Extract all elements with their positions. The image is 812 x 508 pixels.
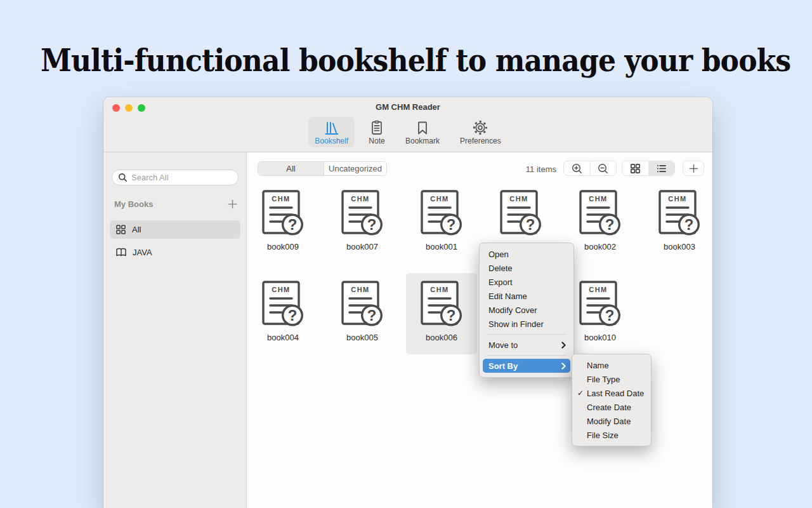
- book-title: book009: [247, 242, 318, 251]
- sidebar-item-label: JAVA: [133, 248, 152, 257]
- window-header: GM CHM Reader Bookshelf: [103, 97, 712, 152]
- search-icon: [118, 173, 128, 182]
- items-count: 11 items: [526, 164, 556, 174]
- submenu-item-label: File Type: [587, 375, 620, 384]
- sidebar-item-all[interactable]: All: [110, 220, 240, 239]
- toolbar-item-label: Bookshelf: [315, 137, 348, 145]
- checkmark-icon: ✓: [577, 389, 587, 398]
- open-book-icon: [115, 247, 127, 258]
- toolbar-preferences-button[interactable]: Preferences: [454, 117, 508, 147]
- menu-item-label: Sort By: [488, 361, 518, 371]
- menu-item-show-in-finder[interactable]: Show in Finder: [480, 317, 573, 331]
- menu-divider: [487, 355, 566, 356]
- submenu-item-create-date[interactable]: Create Date: [572, 400, 651, 414]
- toolbar-bookmark-button[interactable]: Bookmark: [399, 117, 446, 147]
- toolbar-bookshelf-button[interactable]: Bookshelf: [308, 117, 355, 147]
- book-title: book006: [406, 333, 477, 342]
- menu-item-label: Move to: [488, 340, 518, 350]
- category-tabs: All Uncategorized: [258, 161, 387, 176]
- toolbar: Bookshelf Note: [103, 117, 712, 147]
- page-title: Multi-functional bookshelf to manage you…: [41, 42, 771, 79]
- chm-book-icon: [338, 189, 386, 240]
- submenu-item-label: Last Read Date: [587, 389, 644, 398]
- window-title: GM CHM Reader: [103, 102, 712, 112]
- submenu-item-label: File Size: [587, 431, 619, 440]
- toolbar-item-label: Note: [369, 137, 384, 145]
- chm-book-icon: [655, 189, 704, 240]
- book-title: book004: [247, 333, 318, 342]
- chm-book-icon: [497, 189, 545, 240]
- book-item[interactable]: book004: [247, 280, 318, 342]
- book-item[interactable]: book005: [327, 280, 398, 342]
- submenu-item-last-read-date[interactable]: ✓ Last Read Date: [572, 386, 651, 400]
- menu-item-edit-name[interactable]: Edit Name: [480, 289, 573, 303]
- book-title: book007: [327, 242, 398, 251]
- zoom-controls: [563, 161, 617, 176]
- tab-uncategorized[interactable]: Uncategorized: [324, 162, 386, 175]
- sidebar-item-java[interactable]: JAVA: [110, 243, 240, 262]
- book-title: book010: [565, 333, 636, 342]
- chevron-right-icon: [561, 363, 566, 370]
- note-icon: [369, 119, 385, 136]
- submenu-item-label: Create Date: [587, 403, 631, 412]
- chm-book-icon: [259, 280, 307, 331]
- book-title: book003: [644, 242, 712, 251]
- submenu-item-label: Name: [587, 361, 609, 370]
- grid-view-button[interactable]: [622, 161, 648, 175]
- chm-book-icon: [576, 189, 624, 240]
- grid-icon: [115, 224, 126, 235]
- submenu-item-name[interactable]: Name: [572, 358, 651, 372]
- book-item[interactable]: book001: [406, 189, 477, 251]
- chevron-right-icon: [561, 342, 566, 349]
- bookshelf-icon: [324, 119, 340, 136]
- list-view-icon: [656, 163, 667, 174]
- chm-book-icon: [417, 280, 466, 331]
- book-title: book002: [565, 242, 636, 251]
- add-book-button[interactable]: [683, 161, 704, 176]
- zoom-in-button[interactable]: [564, 161, 590, 175]
- menu-item-modify-cover[interactable]: Modify Cover: [480, 303, 573, 317]
- submenu-item-modify-date[interactable]: Modify Date: [572, 414, 651, 428]
- add-collection-button[interactable]: [228, 199, 237, 209]
- menu-item-sort-by[interactable]: Sort By: [483, 359, 570, 373]
- grid-view-icon: [630, 163, 641, 174]
- gear-icon: [472, 119, 488, 136]
- tab-all[interactable]: All: [258, 162, 324, 175]
- view-mode-toggle: [622, 161, 675, 176]
- book-item-selected[interactable]: book006: [406, 273, 477, 354]
- book-item[interactable]: book003: [644, 189, 712, 251]
- chm-book-icon: [338, 280, 386, 331]
- submenu-item-label: Modify Date: [587, 417, 631, 426]
- book-item[interactable]: [485, 189, 556, 242]
- tab-label: Uncategorized: [329, 164, 382, 173]
- sidebar-section-title: My Books: [114, 199, 153, 209]
- search-field[interactable]: [112, 170, 239, 185]
- toolbar-note-button[interactable]: Note: [362, 117, 391, 147]
- book-title: book005: [327, 333, 398, 342]
- submenu-item-file-type[interactable]: File Type: [572, 372, 651, 386]
- chm-book-icon: [259, 189, 307, 240]
- chm-book-icon: [417, 189, 466, 240]
- book-item[interactable]: book007: [327, 189, 398, 251]
- chm-book-icon: [576, 280, 624, 331]
- book-item[interactable]: book009: [247, 189, 318, 251]
- toolbar-item-label: Bookmark: [405, 137, 440, 145]
- menu-item-open[interactable]: Open: [480, 247, 573, 261]
- menu-item-export[interactable]: Export: [480, 275, 573, 289]
- context-menu: Open Delete Export Edit Name Modify Cove…: [479, 243, 574, 378]
- menu-item-delete[interactable]: Delete: [480, 261, 573, 275]
- zoom-out-button[interactable]: [590, 161, 617, 175]
- sidebar: My Books All JA: [103, 152, 247, 508]
- sort-by-submenu: Name File Type ✓ Last Read Date Create D…: [572, 354, 652, 446]
- tab-label: All: [286, 164, 295, 173]
- menu-item-move-to[interactable]: Move to: [480, 338, 573, 352]
- list-view-button[interactable]: [648, 161, 674, 175]
- bookmark-icon: [414, 119, 431, 136]
- sidebar-item-label: All: [132, 225, 141, 234]
- toolbar-item-label: Preferences: [460, 137, 501, 145]
- book-item[interactable]: book002: [565, 189, 636, 251]
- sidebar-section-header: My Books: [114, 199, 237, 209]
- book-item[interactable]: book010: [565, 280, 636, 342]
- search-input[interactable]: [131, 173, 243, 182]
- submenu-item-file-size[interactable]: File Size: [572, 428, 651, 442]
